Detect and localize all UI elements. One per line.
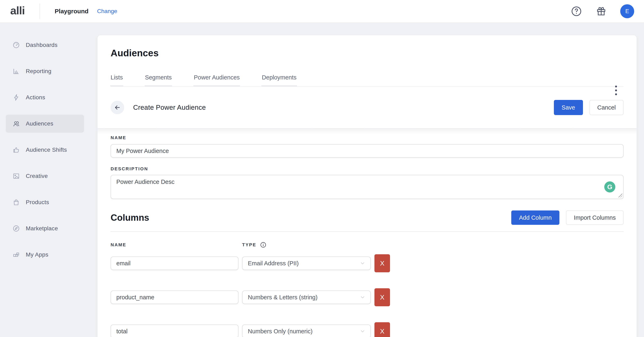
bag-icon <box>12 198 20 206</box>
bar-chart-icon <box>12 67 20 75</box>
question-circle-icon <box>571 5 582 17</box>
add-column-button[interactable]: Add Column <box>511 211 560 225</box>
description-input[interactable]: Power Audience Desc <box>110 175 624 199</box>
sidebar-item-label: Actions <box>26 94 45 101</box>
import-columns-button[interactable]: Import Columns <box>566 211 624 225</box>
avatar[interactable]: E <box>620 4 634 18</box>
column-type-header: TYPE <box>242 242 256 248</box>
header-shadow <box>98 129 637 134</box>
sidebar-item-actions[interactable]: Actions <box>6 88 84 106</box>
create-title: Create Power Audience <box>133 104 206 111</box>
cancel-button[interactable]: Cancel <box>590 100 624 115</box>
info-icon[interactable] <box>260 242 266 248</box>
sidebar-item-audiences[interactable]: Audiences <box>6 115 84 133</box>
create-header: Create Power Audience Save Cancel <box>98 87 637 129</box>
grammarly-icon[interactable]: G <box>604 181 615 192</box>
change-workspace-link[interactable]: Change <box>97 8 117 14</box>
kebab-menu-icon[interactable] <box>614 84 618 97</box>
sidebar-item-marketplace[interactable]: Marketplace <box>6 220 84 238</box>
columns-list: Email Address (PII) X Numbers & Letters … <box>110 254 624 337</box>
sidebar-item-label: Marketplace <box>26 225 58 232</box>
topbar: alli Playground Change <box>0 0 644 23</box>
topbar-actions: E <box>571 4 634 18</box>
column-row: Numbers Only (numeric) X <box>110 322 624 337</box>
sidebar-item-products[interactable]: Products <box>6 193 84 211</box>
alli-logo: alli <box>10 5 25 17</box>
remove-column-button[interactable]: X <box>374 322 390 337</box>
image-icon <box>12 172 20 180</box>
sidebar: Dashboards Reporting Actions <box>0 23 98 337</box>
power-audience-form: NAME DESCRIPTION Power Audience Desc G C… <box>98 135 637 337</box>
workspace-name: Playground <box>55 8 88 15</box>
chevron-down-icon <box>360 260 366 266</box>
sidebar-item-label: Creative <box>26 173 48 179</box>
tab-segments[interactable]: Segments <box>145 68 172 86</box>
column-name-input[interactable] <box>110 291 238 304</box>
selected-type: Email Address (PII) <box>248 260 299 267</box>
topbar-divider <box>40 3 40 19</box>
remove-column-button[interactable]: X <box>374 254 390 272</box>
thumbs-up-icon <box>12 146 20 154</box>
page-title: Audiences <box>110 47 624 58</box>
sidebar-item-audience-shifts[interactable]: Audience Shifts <box>6 141 84 159</box>
back-button[interactable] <box>110 101 124 114</box>
selected-type: Numbers & Letters (string) <box>248 294 318 301</box>
sidebar-item-label: Reporting <box>26 68 52 74</box>
whats-new-button[interactable] <box>596 6 607 17</box>
name-input[interactable] <box>110 144 624 158</box>
save-button[interactable]: Save <box>554 100 583 115</box>
blocks-icon <box>12 251 20 259</box>
sidebar-item-dashboards[interactable]: Dashboards <box>6 36 84 54</box>
sidebar-item-creative[interactable]: Creative <box>6 167 84 185</box>
column-name-input[interactable] <box>110 257 238 270</box>
app: alli Playground Change <box>0 0 644 337</box>
sidebar-item-label: Audiences <box>26 120 53 127</box>
remove-column-button[interactable]: X <box>374 288 390 306</box>
column-name-input[interactable] <box>110 325 238 337</box>
main-area: Audiences Lists Segments Power Audiences… <box>98 23 644 337</box>
sidebar-item-my-apps[interactable]: My Apps <box>6 246 84 264</box>
gift-icon <box>596 6 607 17</box>
sidebar-item-label: Dashboards <box>26 42 58 48</box>
sidebar-item-label: My Apps <box>26 251 48 258</box>
selected-type: Numbers Only (numeric) <box>248 328 312 335</box>
sidebar-item-label: Products <box>26 199 49 206</box>
tab-deployments[interactable]: Deployments <box>262 68 296 86</box>
sidebar-item-reporting[interactable]: Reporting <box>6 62 84 80</box>
columns-divider <box>110 231 624 232</box>
column-type-select[interactable]: Email Address (PII) <box>242 257 371 270</box>
chevron-down-icon <box>360 295 366 300</box>
audiences-card: Audiences Lists Segments Power Audiences… <box>98 35 637 337</box>
column-row: Numbers & Letters (string) X <box>110 288 624 306</box>
columns-title: Columns <box>110 213 149 223</box>
column-type-select[interactable]: Numbers Only (numeric) <box>242 325 371 337</box>
tab-lists[interactable]: Lists <box>110 68 123 86</box>
compass-icon <box>12 225 20 232</box>
column-row: Email Address (PII) X <box>110 254 624 272</box>
people-icon <box>12 120 20 128</box>
name-label: NAME <box>110 135 624 140</box>
tab-power-audiences[interactable]: Power Audiences <box>194 68 240 86</box>
lightning-icon <box>12 94 20 101</box>
description-label: DESCRIPTION <box>110 166 624 172</box>
arrow-left-icon <box>114 104 121 111</box>
column-name-header: NAME <box>110 242 242 248</box>
chevron-down-icon <box>360 329 366 334</box>
tab-bar: Lists Segments Power Audiences Deploymen… <box>110 68 624 87</box>
sidebar-item-label: Audience Shifts <box>26 147 67 153</box>
help-button[interactable] <box>571 5 582 17</box>
column-type-select[interactable]: Numbers & Letters (string) <box>242 291 371 304</box>
gauge-icon <box>12 41 20 49</box>
